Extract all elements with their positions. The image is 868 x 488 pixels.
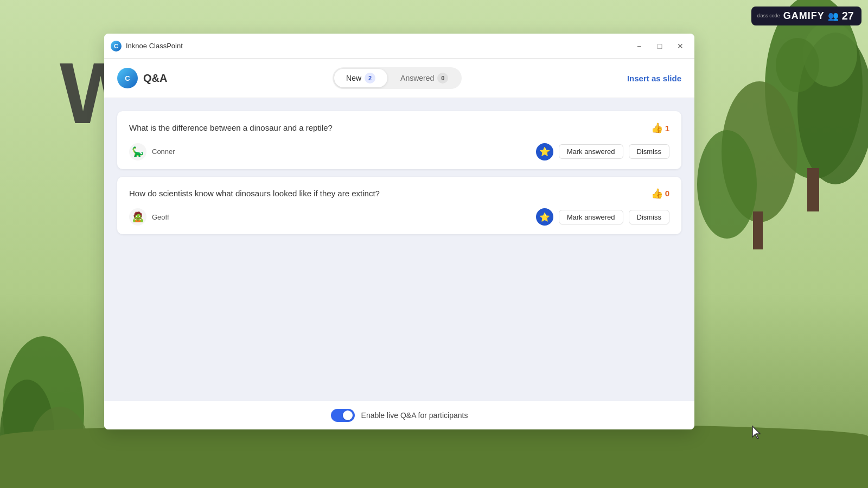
tab-group: New 2 Answered 0: [333, 67, 462, 89]
maximize-button[interactable]: □: [652, 38, 667, 54]
svg-point-12: [697, 130, 757, 239]
like-count: 👍 0: [651, 188, 669, 200]
qa-title: Q&A: [143, 72, 167, 85]
toggle-label: Enable live Q&A for participants: [361, 411, 468, 420]
dismiss-button[interactable]: Dismiss: [629, 144, 670, 159]
user-name: Conner: [152, 147, 531, 156]
qa-logo-icon: C: [117, 68, 138, 88]
footer-area: Enable live Q&A for participants: [104, 401, 694, 429]
star-button[interactable]: ⭐: [536, 143, 553, 160]
like-count: 👍 1: [651, 122, 669, 134]
avatar: 🧟: [129, 208, 146, 226]
avatar: 🦕: [129, 143, 146, 160]
content-area: What is the difference between a dinosau…: [104, 98, 694, 401]
tab-answered-label: Answered: [400, 74, 434, 82]
participants-icon: 👥: [828, 11, 839, 21]
question-text: What is the difference between a dinosau…: [129, 122, 651, 134]
question-bottom: 🦕 Conner ⭐ Mark answered Dismiss: [129, 143, 669, 160]
dismiss-button[interactable]: Dismiss: [629, 210, 670, 224]
question-bottom: 🧟 Geoff ⭐ Mark answered Dismiss: [129, 208, 669, 226]
mark-answered-button[interactable]: Mark answered: [559, 210, 623, 224]
thumbs-up-icon: 👍: [651, 188, 663, 200]
tab-new-count: 2: [365, 73, 375, 84]
class-code-label: class code: [757, 14, 780, 19]
window-title: Inknoe ClassPoint: [126, 42, 631, 50]
user-name: Geoff: [152, 213, 531, 221]
participant-count: 27: [842, 10, 854, 22]
window-controls: − □ ✕: [631, 38, 688, 54]
ground: [0, 423, 868, 488]
main-window: C Inknoe ClassPoint − □ ✕ C Q&A New 2 An…: [104, 34, 694, 429]
close-button[interactable]: ✕: [673, 38, 688, 54]
question-card: How do scientists know what dinosaurs lo…: [117, 177, 681, 235]
toggle-knob: [343, 410, 353, 420]
question-top: What is the difference between a dinosau…: [129, 122, 669, 134]
minimize-button[interactable]: −: [631, 38, 647, 54]
enable-qa-toggle[interactable]: [331, 409, 355, 422]
mark-answered-button[interactable]: Mark answered: [559, 144, 623, 159]
app-logo-icon: C: [111, 41, 122, 52]
tab-new-label: New: [346, 74, 361, 82]
gamify-badge: class code GAMIFY 👥 27: [751, 7, 861, 25]
star-button[interactable]: ⭐: [536, 208, 553, 226]
title-bar: C Inknoe ClassPoint − □ ✕: [104, 34, 694, 59]
tab-answered[interactable]: Answered 0: [388, 69, 460, 87]
question-top: How do scientists know what dinosaurs lo…: [129, 188, 669, 200]
toggle-section: Enable live Q&A for participants: [331, 409, 468, 422]
like-number: 1: [665, 124, 669, 133]
thumbs-up-icon: 👍: [651, 122, 663, 134]
like-number: 0: [665, 189, 669, 198]
avatar-emoji: 🦕: [132, 146, 144, 158]
insert-as-slide-button[interactable]: Insert as slide: [627, 74, 681, 83]
tab-answered-count: 0: [437, 73, 448, 84]
tab-new[interactable]: New 2: [334, 69, 387, 87]
avatar-emoji: 🧟: [132, 211, 144, 223]
question-text: How do scientists know what dinosaurs lo…: [129, 188, 651, 200]
svg-point-14: [776, 38, 819, 92]
svg-rect-11: [753, 211, 763, 249]
gamify-text: GAMIFY: [783, 10, 825, 22]
question-card: What is the difference between a dinosau…: [117, 111, 681, 169]
qa-logo-section: C Q&A: [117, 68, 167, 88]
svg-rect-9: [807, 168, 819, 211]
right-tree-icon: [673, 0, 868, 282]
header-area: C Q&A New 2 Answered 0 Insert as slide: [104, 59, 694, 98]
